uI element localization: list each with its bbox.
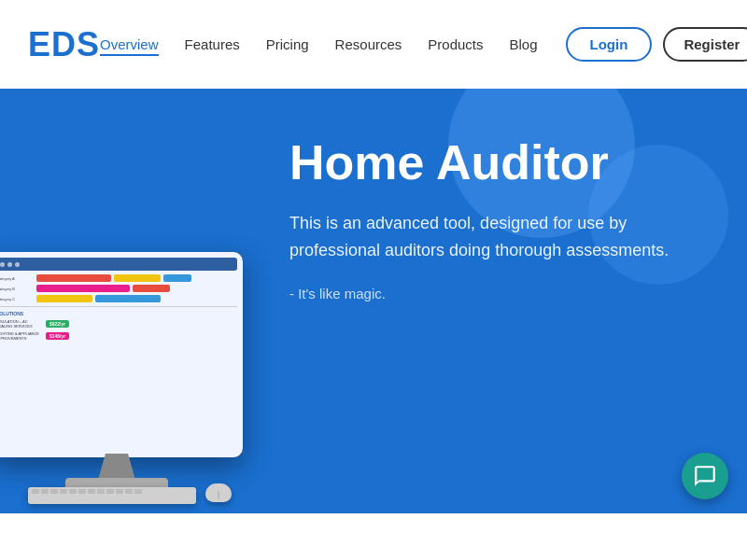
nav-item-resources[interactable]: Resources bbox=[335, 36, 402, 53]
price-label-2: LIGHTING & APPLIANCE IMPROVEMENTS bbox=[0, 331, 43, 341]
chart-bar-5 bbox=[133, 285, 170, 292]
nav-link-resources[interactable]: Resources bbox=[335, 36, 402, 52]
price-row-2: LIGHTING & APPLIANCE IMPROVEMENTS $146/y… bbox=[0, 331, 237, 341]
hero-text-block: Home Auditor This is an advanced tool, d… bbox=[289, 135, 719, 301]
nav-item-blog[interactable]: Blog bbox=[510, 36, 538, 53]
price-row-1: INSULATION + AC SEALING SERVICES $922/yr bbox=[0, 319, 237, 329]
key bbox=[78, 489, 86, 494]
key bbox=[32, 489, 39, 494]
chart-bar-3 bbox=[163, 274, 191, 282]
hero-title: Home Auditor bbox=[289, 135, 719, 191]
price-badge-2: $146/yr bbox=[46, 332, 69, 340]
hero-tagline: - It's like magic. bbox=[289, 286, 719, 301]
login-button[interactable]: Login bbox=[566, 27, 653, 62]
hero-section: Category A Category B Category C SOLUTI bbox=[0, 89, 747, 513]
nav-link-overview[interactable]: Overview bbox=[100, 36, 159, 56]
monitor-illustration: Category A Category B Category C SOLUTI bbox=[0, 215, 261, 513]
nav-link-pricing[interactable]: Pricing bbox=[266, 36, 309, 52]
key bbox=[97, 489, 105, 494]
chart-row-1: Category A bbox=[0, 274, 237, 282]
chart-bar-1 bbox=[36, 274, 111, 282]
nav-links: Overview Features Pricing Resources Prod… bbox=[100, 36, 538, 53]
screen-divider bbox=[0, 306, 237, 307]
screen-dot-3 bbox=[15, 262, 20, 267]
chart-bar-7 bbox=[95, 295, 161, 302]
screen-dot-1 bbox=[0, 262, 5, 267]
nav-item-features[interactable]: Features bbox=[185, 36, 240, 53]
solutions-label: SOLUTIONS bbox=[0, 311, 237, 316]
monitor-screen: Category A Category B Category C SOLUTI bbox=[0, 252, 243, 457]
navbar: EDS Overview Features Pricing Resources … bbox=[0, 0, 747, 89]
screen-header-bar bbox=[0, 258, 237, 271]
nav-item-pricing[interactable]: Pricing bbox=[266, 36, 309, 53]
chart-row-3: Category C bbox=[0, 295, 237, 302]
register-button[interactable]: Register bbox=[663, 27, 747, 62]
keyboard-keys bbox=[28, 487, 196, 496]
key bbox=[134, 489, 142, 494]
mouse bbox=[205, 483, 232, 502]
monitor-stand bbox=[98, 454, 135, 480]
chat-icon bbox=[693, 464, 717, 488]
hero-description: This is an advanced tool, designed for u… bbox=[289, 210, 682, 264]
logo[interactable]: EDS bbox=[28, 25, 100, 64]
nav-link-blog[interactable]: Blog bbox=[510, 36, 538, 52]
nav-item-products[interactable]: Products bbox=[428, 36, 483, 53]
key bbox=[88, 489, 95, 494]
footer-strip bbox=[0, 513, 747, 560]
key bbox=[41, 489, 49, 494]
screen-dot-2 bbox=[7, 262, 12, 267]
monitor-body: Category A Category B Category C SOLUTI bbox=[0, 252, 243, 457]
keyboard bbox=[28, 487, 196, 504]
chart-label-1: Category A bbox=[0, 276, 34, 281]
nav-auth: Login Register bbox=[566, 27, 747, 62]
key bbox=[125, 489, 133, 494]
key bbox=[116, 489, 123, 494]
key bbox=[106, 489, 114, 494]
nav-link-features[interactable]: Features bbox=[185, 36, 240, 52]
nav-item-overview[interactable]: Overview bbox=[100, 36, 159, 53]
mouse-line bbox=[218, 491, 219, 498]
key bbox=[69, 489, 77, 494]
chart-label-2: Category B bbox=[0, 287, 34, 291]
chat-widget[interactable] bbox=[682, 453, 728, 499]
key bbox=[50, 489, 58, 494]
chart-bar-2 bbox=[114, 274, 161, 282]
price-badge-1: $922/yr bbox=[46, 320, 69, 328]
nav-link-products[interactable]: Products bbox=[428, 36, 483, 52]
chart-row-2: Category B bbox=[0, 285, 237, 292]
key bbox=[60, 489, 67, 494]
chart-bar-4 bbox=[36, 285, 130, 292]
chart-label-3: Category C bbox=[0, 297, 34, 301]
price-label-1: INSULATION + AC SEALING SERVICES bbox=[0, 319, 43, 329]
chart-bar-6 bbox=[36, 295, 92, 302]
